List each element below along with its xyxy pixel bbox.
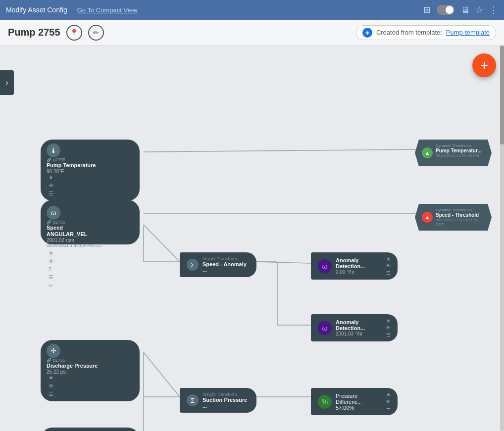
scrollbar-thumb[interactable] — [500, 46, 504, 144]
anomaly-1-name: Anomaly Detection... — [336, 257, 382, 269]
eye-action-icon2[interactable]: 👁 — [49, 258, 134, 264]
red-threshold-icon: ▲ — [422, 212, 433, 223]
green-threshold-icon: ▲ — [422, 147, 433, 158]
list-icon-a1[interactable]: ☰ — [386, 270, 391, 276]
list-action-icon2[interactable]: ☰ — [49, 274, 134, 281]
speed-threshold-content: Dynamic Thresholds Speed - Threshold 09/… — [436, 208, 482, 227]
anomaly-1-content: Anomaly Detection... 0.00 °/hr — [336, 257, 382, 275]
plus-icon: + — [480, 57, 488, 73]
suction-transform-node[interactable]: Σ Insight Transform Suction Pressure ... — [180, 388, 256, 413]
pressure-diff-value: 57.00% — [336, 405, 382, 411]
star-action-icon3[interactable]: ★ — [49, 375, 134, 381]
eye-action-icon[interactable]: 👁 — [49, 183, 134, 189]
anomaly-1-value: 0.00 °/hr — [336, 269, 382, 275]
grid-icon[interactable]: ⊞ — [423, 4, 431, 15]
percent-output-icon: % — [318, 395, 332, 409]
speed-name: Speed — [47, 225, 134, 231]
pressure-difference-node[interactable]: % Pressure Differenc... 57.00% ★ 👁 ☰ — [311, 388, 398, 415]
pressure-diff-name: Pressure Differenc... — [336, 393, 382, 405]
topbar-title: Modify Asset Config — [6, 6, 67, 14]
star-action-icon[interactable]: ★ — [49, 174, 134, 181]
anomaly-2-name: Anomaly Detection... — [336, 319, 382, 331]
topbar: Modify Asset Config Go To Compact View ⊞… — [0, 0, 504, 20]
pencil-action-icon[interactable]: ✏ — [49, 283, 134, 289]
list-icon-a2[interactable]: ☰ — [386, 332, 391, 337]
template-link[interactable]: Pump-template — [446, 29, 490, 36]
omega-icon: ω — [47, 206, 60, 220]
speed-id: 🔗 p2755 — [47, 220, 134, 225]
star-icon-a1[interactable]: ★ — [386, 256, 391, 262]
speed-content: 🔗 p2755 Speed ANGULAR_VEL 2001.02 rpm 09… — [47, 220, 134, 248]
speed-threshold-label: Dynamic Thresholds — [436, 208, 482, 212]
pressure-diff-content: Pressure Differenc... 57.00% — [336, 393, 382, 411]
scrollbar[interactable] — [500, 46, 504, 431]
pump-temp-id: 🔗 p2755 — [47, 157, 134, 162]
template-icon: ◈ — [362, 28, 372, 38]
speed-angular-vel: ANGULAR_VEL — [47, 231, 134, 238]
chevron-right-icon: › — [5, 78, 8, 87]
svg-line-0 — [144, 149, 416, 152]
omega-output-icon2: ω — [318, 321, 332, 335]
pump-threshold-time: 09/29/2021 12:54:16 PM C... — [436, 153, 482, 162]
pump-threshold-name: Pump Temperatur... — [436, 148, 482, 153]
speed-threshold-time: 09/29/2021 1:01:40 PM CDT — [436, 218, 482, 227]
add-fab-button[interactable]: + — [472, 53, 496, 77]
pump-temperature-node[interactable]: 🌡 🔗 p2755 Pump Temperature 90.28°F ★ 👁 ☰ — [41, 140, 140, 201]
compact-view-link[interactable]: Go To Compact View — [77, 6, 138, 14]
speed-actions: ★ 👁 Σ ☰ ✏ — [49, 250, 134, 289]
list-icon-pd[interactable]: ☰ — [386, 406, 391, 411]
discharge-value: 25.22 psi — [47, 369, 134, 375]
discharge-pressure-node[interactable]: ✛ 🔗 p2755 Discharge Pressure 25.22 psi ★… — [41, 340, 140, 401]
suction-transform-content: Insight Transform Suction Pressure ... — [202, 392, 250, 409]
anomaly-detection-2-node[interactable]: ω Anomaly Detection... 2001.03 °/hr ★ 👁 … — [311, 314, 398, 341]
list-action-icon3[interactable]: ☰ — [49, 391, 134, 397]
sidebar-toggle[interactable]: › — [0, 70, 14, 95]
anomaly-1-actions: ★ 👁 ☰ — [386, 256, 391, 276]
asset-name: Pump 2755 — [8, 27, 60, 38]
star-icon-pd[interactable]: ★ — [386, 392, 391, 397]
star-action-icon2[interactable]: ★ — [49, 250, 134, 256]
discharge-content: 🔗 p2755 Discharge Pressure 25.22 psi — [47, 358, 134, 375]
speed-transform-content: Insight Transform Speed - Anomaly ... — [202, 256, 250, 273]
template-badge: ◈ Created from template: Pump-template — [356, 25, 496, 40]
discharge-name: Discharge Pressure — [47, 363, 134, 369]
thermometer-icon: 🌡 — [47, 144, 60, 157]
anomaly-detection-1-node[interactable]: ω Anomaly Detection... 0.00 °/hr ★ 👁 ☰ — [311, 252, 398, 280]
pump-temp-threshold-node[interactable]: ▲ Dynamic Thresholds Pump Temperatur... … — [415, 140, 492, 166]
eye-icon-pd[interactable]: 👁 — [386, 399, 391, 404]
monitor-icon[interactable]: 🖥 — [460, 5, 469, 15]
speed-transform-name: Speed - Anomaly ... — [202, 261, 250, 273]
suction-pressure-node[interactable]: ✛ 🔗 p2755 Suction Pressure 16.38 psi ★ 👁… — [41, 428, 140, 431]
star-icon[interactable]: ☆ — [475, 4, 483, 15]
eye-icon-a2[interactable]: 👁 — [386, 325, 391, 331]
subheader: Pump 2755 📍 ✏ ◈ Created from template: P… — [0, 20, 504, 46]
pump-threshold-label: Dynamic Thresholds — [436, 144, 482, 148]
sigma-transform-icon2: Σ — [187, 394, 199, 406]
anomaly-2-actions: ★ 👁 ☰ — [386, 318, 391, 337]
sigma-transform-icon: Σ — [187, 259, 199, 271]
toggle-switch[interactable] — [437, 5, 454, 15]
location-button[interactable]: 📍 — [66, 25, 82, 41]
template-prefix: Created from template: — [376, 29, 442, 36]
pump-temp-value: 90.28°F — [47, 169, 134, 174]
svg-line-5 — [256, 262, 311, 263]
eye-action-icon3[interactable]: 👁 — [49, 383, 134, 389]
sigma-action-icon[interactable]: Σ — [49, 266, 134, 272]
svg-line-9 — [144, 352, 180, 397]
speed-node[interactable]: ω 🔗 p2755 Speed ANGULAR_VEL 2001.02 rpm … — [41, 200, 140, 244]
anomaly-2-content: Anomaly Detection... 2001.03 °/hr — [336, 319, 382, 336]
pump-temp-content: 🔗 p2755 Pump Temperature 90.28°F — [47, 157, 134, 174]
speed-threshold-node[interactable]: ▲ Dynamic Thresholds Speed - Threshold 0… — [415, 204, 492, 231]
anomaly-2-value: 2001.03 °/hr — [336, 331, 382, 336]
list-action-icon[interactable]: ☰ — [49, 191, 134, 197]
pump-threshold-content: Dynamic Thresholds Pump Temperatur... 09… — [436, 144, 482, 162]
eye-icon-a1[interactable]: 👁 — [386, 263, 391, 269]
omega-output-icon: ω — [318, 259, 332, 273]
cross-icon: ✛ — [47, 344, 60, 358]
star-icon-a2[interactable]: ★ — [386, 318, 391, 324]
suction-transform-name: Suction Pressure ... — [202, 397, 250, 409]
edit-button[interactable]: ✏ — [88, 25, 104, 41]
speed-anomaly-transform-node[interactable]: Σ Insight Transform Speed - Anomaly ... — [180, 252, 256, 277]
more-vert-icon[interactable]: ⋮ — [489, 4, 498, 15]
pump-temp-actions: ★ 👁 ☰ — [49, 174, 134, 197]
